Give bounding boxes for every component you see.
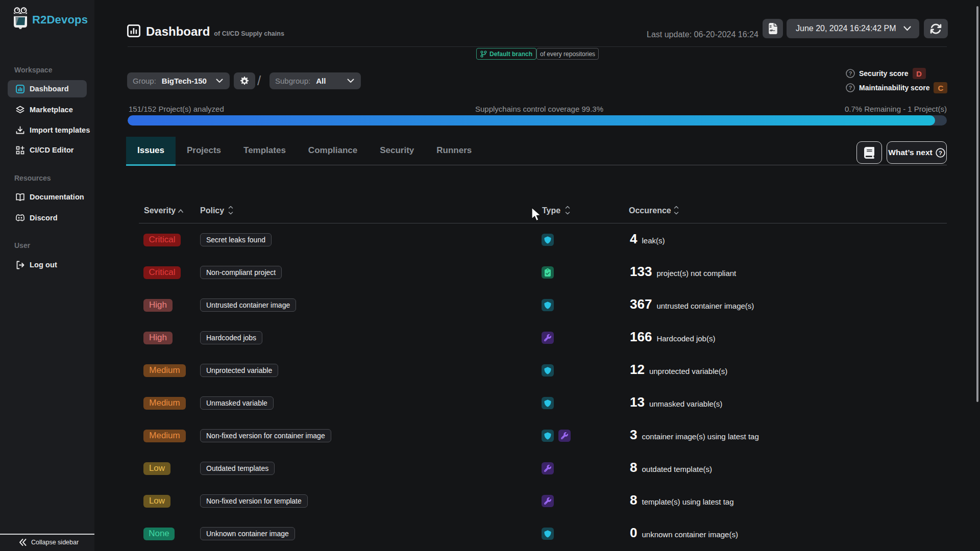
svg-text:?: ? [849,70,852,77]
svg-text:?: ? [939,149,942,156]
svg-text:?: ? [849,85,852,91]
